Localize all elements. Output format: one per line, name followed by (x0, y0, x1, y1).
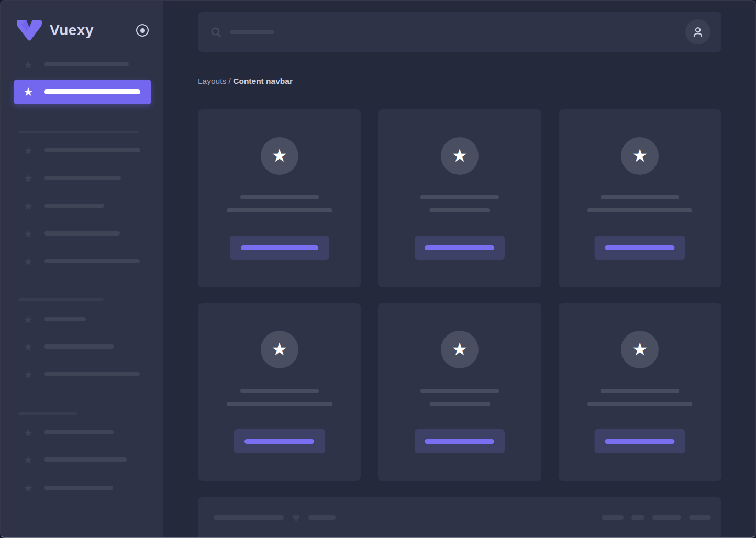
cards-grid: ★★★★★★ (198, 109, 721, 481)
footer-left: ♥ (214, 511, 336, 524)
card-title-skeleton (420, 195, 499, 199)
card-button-label-skeleton (244, 439, 314, 444)
card-subtitle-skeleton (429, 402, 490, 406)
sidebar-item[interactable]: ★ (1, 482, 163, 494)
star-icon: ★ (23, 454, 34, 465)
card-subtitle-skeleton (587, 402, 692, 406)
card-title-skeleton (420, 389, 499, 393)
search-input[interactable] (210, 12, 685, 52)
breadcrumb-separator: / (229, 76, 231, 85)
placeholder-card: ★ (198, 303, 361, 481)
star-icon: ★ (23, 314, 34, 325)
top-navbar (198, 12, 721, 52)
user-menu-button[interactable] (685, 19, 710, 44)
section-divider-skeleton (18, 412, 77, 415)
placeholder-card: ★ (559, 109, 721, 287)
footer-right (602, 515, 711, 520)
footer-link-skeleton[interactable] (689, 515, 711, 520)
star-icon: ★ (632, 147, 648, 164)
placeholder-card: ★ (198, 109, 361, 287)
card-avatar-circle: ★ (621, 331, 659, 368)
sidebar-item[interactable]: ★ (1, 454, 163, 465)
card-avatar-circle: ★ (441, 331, 479, 368)
sidebar-item-label-skeleton (44, 231, 120, 236)
placeholder-card: ★ (378, 109, 541, 287)
sidebar-item[interactable]: ★ (1, 200, 163, 211)
card-button[interactable] (415, 429, 505, 453)
person-icon (691, 25, 705, 39)
sidebar-item-label-skeleton (44, 62, 129, 66)
sidebar-item[interactable]: ★ (1, 59, 163, 70)
card-avatar-circle: ★ (621, 137, 659, 175)
card-button-label-skeleton (425, 439, 494, 444)
sidebar-menu: ★★★★★★★★★★★★★ (1, 1, 163, 537)
sidebar-item[interactable]: ★ (1, 313, 163, 325)
footer-link-skeleton[interactable] (631, 515, 644, 520)
card-subtitle-skeleton (227, 402, 332, 406)
star-icon: ★ (23, 200, 34, 211)
star-icon: ★ (632, 340, 648, 358)
sidebar-item[interactable]: ★ (1, 255, 163, 267)
star-icon: ★ (452, 147, 468, 164)
sidebar-item-label-skeleton (44, 89, 140, 94)
sidebar-item-label-skeleton (44, 176, 121, 180)
card-title-skeleton (601, 195, 679, 199)
sidebar-item[interactable]: ★ (1, 368, 163, 380)
card-button-label-skeleton (605, 245, 675, 250)
card-button[interactable] (234, 429, 325, 453)
sidebar-item-label-skeleton (44, 372, 140, 376)
sidebar-item-label-skeleton (44, 148, 140, 152)
card-button[interactable] (415, 236, 505, 260)
card-button-label-skeleton (425, 245, 494, 250)
sidebar-item-label-skeleton (44, 344, 114, 349)
sidebar: Vuexy ★★★★★★★★★★★★★ (1, 1, 163, 537)
sidebar-item[interactable]: ★ (1, 144, 163, 156)
card-avatar-circle: ★ (441, 137, 479, 175)
footer-link-skeleton[interactable] (602, 515, 624, 520)
breadcrumb: Layouts / Content navbar (198, 76, 293, 86)
star-icon: ★ (23, 86, 34, 98)
star-icon: ★ (271, 147, 287, 164)
sidebar-item-label-skeleton (44, 486, 113, 490)
sidebar-item[interactable]: ★ (1, 228, 163, 239)
footer-row: ♥ (214, 511, 711, 524)
card-title-skeleton (601, 389, 679, 393)
card-button[interactable] (595, 236, 685, 260)
star-icon: ★ (23, 59, 34, 70)
card-button[interactable] (595, 429, 685, 453)
star-icon: ★ (23, 145, 34, 156)
sidebar-item[interactable]: ★ (1, 172, 163, 184)
star-icon: ★ (271, 340, 287, 358)
sidebar-item-label-skeleton (44, 317, 86, 321)
heart-icon: ♥ (292, 511, 300, 524)
card-button[interactable] (230, 236, 329, 260)
sidebar-item[interactable]: ★ (1, 427, 163, 438)
placeholder-card: ★ (559, 303, 721, 481)
footer-link-skeleton[interactable] (652, 515, 681, 520)
sidebar-item[interactable]: ★ (1, 341, 163, 352)
star-icon: ★ (23, 483, 34, 494)
star-icon: ★ (452, 340, 468, 358)
card-subtitle-skeleton (587, 208, 692, 212)
search-icon (210, 27, 221, 38)
card-button-label-skeleton (605, 439, 675, 444)
sidebar-item-label-skeleton (44, 457, 127, 462)
star-icon: ★ (23, 341, 34, 352)
sidebar-item-active[interactable]: ★ (14, 80, 151, 104)
breadcrumb-link-layouts[interactable]: Layouts (198, 76, 229, 85)
breadcrumb-current-page: Content navbar (233, 76, 293, 85)
star-icon: ★ (23, 369, 34, 380)
section-divider-skeleton (18, 131, 139, 133)
card-subtitle-skeleton (227, 208, 332, 212)
footer: ♥ (198, 497, 721, 538)
star-icon: ★ (23, 173, 34, 184)
star-icon: ★ (23, 228, 34, 239)
placeholder-card: ★ (378, 303, 541, 481)
card-title-skeleton (240, 195, 319, 199)
search-placeholder-skeleton (230, 30, 274, 34)
card-button-label-skeleton (241, 245, 318, 250)
star-icon: ★ (23, 427, 34, 438)
card-avatar-circle: ★ (261, 137, 298, 175)
footer-text-skeleton (214, 515, 284, 520)
section-divider-skeleton (18, 298, 104, 301)
